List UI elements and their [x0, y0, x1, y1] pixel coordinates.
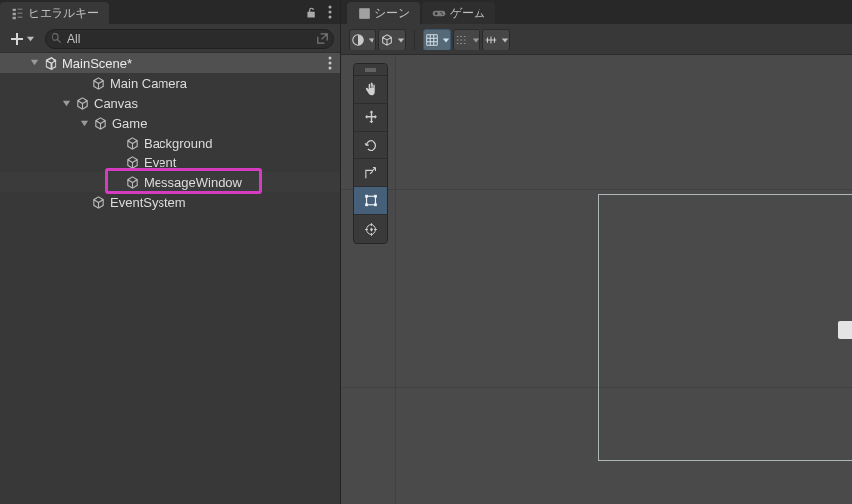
svg-point-3: [53, 33, 59, 40]
gameobject-cube-icon: [93, 116, 108, 131]
kebab-icon[interactable]: [328, 5, 332, 19]
node-label: Event: [144, 155, 176, 170]
svg-point-11: [442, 13, 443, 14]
svg-point-6: [329, 67, 332, 70]
svg-rect-13: [366, 196, 375, 205]
node-game[interactable]: Game: [0, 113, 340, 133]
hierarchy-panel: ヒエラルキー: [0, 0, 341, 504]
svg-point-10: [440, 12, 441, 13]
grid-tab-icon: [357, 6, 371, 20]
scene-viewport[interactable]: [341, 55, 852, 504]
gameobject-cube-icon: [125, 136, 140, 151]
toolbar-separator: [414, 30, 415, 50]
gameobject-cube-icon: [125, 155, 140, 170]
node-label: Canvas: [94, 96, 138, 111]
unity-logo-icon: [44, 56, 58, 71]
node-label: Game: [112, 116, 147, 131]
svg-point-2: [329, 16, 332, 19]
hierarchy-icon: [10, 6, 24, 20]
svg-rect-16: [365, 203, 368, 206]
scene-name: MainScene*: [62, 56, 132, 71]
popout-icon[interactable]: [315, 31, 330, 46]
svg-point-4: [329, 57, 332, 60]
snap-vertex-button[interactable]: [482, 29, 510, 50]
svg-rect-15: [374, 195, 377, 198]
hierarchy-tab-row: ヒエラルキー: [0, 0, 340, 24]
node-label: Background: [144, 136, 212, 151]
node-event-system[interactable]: EventSystem: [0, 192, 340, 212]
hierarchy-toolbar: [0, 24, 340, 53]
snap-increment-button[interactable]: [453, 29, 480, 50]
gameobject-cube-icon: [75, 96, 90, 111]
lock-open-icon[interactable]: [305, 6, 318, 19]
rect-tool-button[interactable]: [354, 187, 387, 215]
snap-grid-button[interactable]: [423, 29, 451, 50]
gameobject-cube-icon: [125, 175, 140, 190]
scene-tab-row: シーン ゲーム: [341, 0, 852, 24]
gameobject-cube-icon: [91, 76, 106, 91]
hierarchy-tab[interactable]: ヒエラルキー: [0, 2, 109, 24]
move-tool-button[interactable]: [354, 104, 387, 132]
caret-down-icon: [368, 36, 375, 44]
node-canvas[interactable]: Canvas: [0, 93, 340, 113]
node-background[interactable]: Background: [0, 133, 340, 152]
plus-icon: [10, 32, 24, 46]
caret-down-icon: [397, 36, 405, 44]
canvas-outline: [598, 194, 852, 461]
node-message-window[interactable]: MessageWindow: [0, 172, 340, 192]
svg-rect-7: [433, 10, 446, 16]
foldout-down-icon[interactable]: [30, 58, 39, 67]
scene-toolbar: [341, 24, 852, 55]
svg-rect-14: [365, 195, 368, 198]
tab-scene[interactable]: シーン: [347, 2, 420, 24]
draw-mode-button[interactable]: [378, 29, 406, 50]
foldout-down-icon[interactable]: [79, 119, 89, 128]
hand-tool-button[interactable]: [354, 76, 387, 104]
caret-down-icon: [501, 36, 509, 44]
scene-tools-overlay[interactable]: [353, 63, 388, 244]
node-label: MessageWindow: [144, 175, 242, 190]
node-event[interactable]: Event: [0, 152, 340, 172]
kebab-icon[interactable]: [328, 56, 332, 70]
node-label: EventSystem: [110, 195, 186, 210]
create-dropdown[interactable]: [6, 30, 39, 48]
transform-tool-button[interactable]: [354, 215, 387, 243]
node-label: Main Camera: [110, 76, 187, 91]
gameobject-cube-icon: [91, 195, 106, 210]
node-main-camera[interactable]: Main Camera: [0, 73, 340, 93]
foldout-down-icon[interactable]: [61, 99, 71, 108]
tab-game[interactable]: ゲーム: [422, 2, 495, 24]
hierarchy-search: [45, 29, 334, 49]
shading-mode-button[interactable]: [349, 29, 376, 50]
svg-point-5: [329, 62, 332, 65]
orientation-gizmo[interactable]: [838, 321, 852, 339]
hierarchy-tab-label: ヒエラルキー: [28, 5, 99, 22]
svg-rect-9: [436, 12, 437, 15]
rotate-tool-button[interactable]: [354, 132, 387, 159]
scene-panel: シーン ゲーム: [341, 0, 852, 504]
svg-point-1: [329, 11, 332, 14]
caret-down-icon: [472, 36, 479, 44]
search-icon: [51, 32, 63, 45]
tab-scene-label: シーン: [374, 5, 410, 22]
hierarchy-tree: MainScene* Main Camera Canvas Game: [0, 53, 340, 504]
gamepad-icon: [432, 6, 446, 20]
scale-tool-button[interactable]: [354, 159, 387, 187]
svg-point-0: [329, 6, 332, 9]
caret-down-icon: [442, 36, 450, 44]
caret-down-icon: [26, 34, 35, 43]
scene-header[interactable]: MainScene*: [0, 53, 340, 73]
svg-rect-17: [374, 203, 377, 206]
overlay-grip[interactable]: [354, 64, 387, 76]
search-input[interactable]: [45, 29, 334, 49]
tab-game-label: ゲーム: [450, 5, 485, 22]
